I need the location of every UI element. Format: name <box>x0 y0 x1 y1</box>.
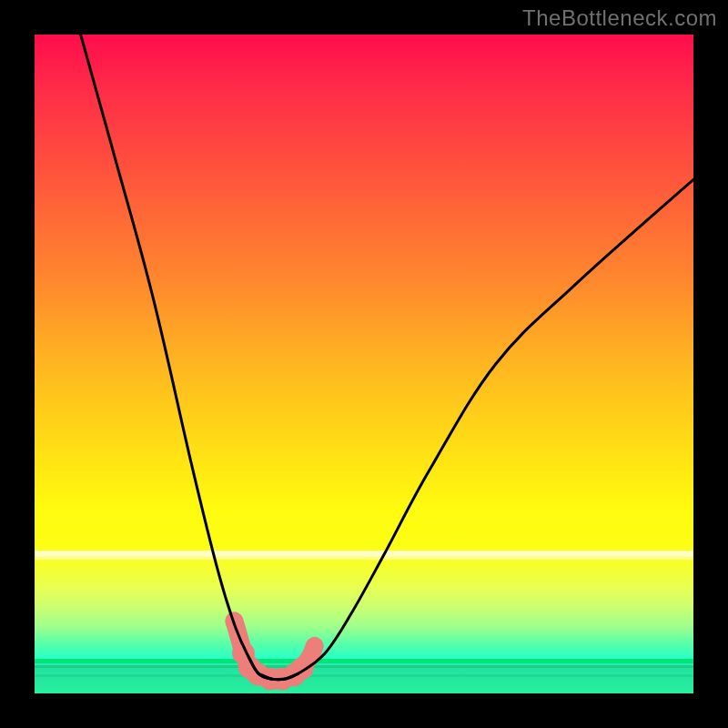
plot-area <box>35 35 693 693</box>
attribution-label: TheBottleneck.com <box>522 5 717 31</box>
marker-blob <box>307 638 323 654</box>
left-curve <box>81 35 285 680</box>
right-curve <box>258 179 693 680</box>
curves-svg <box>35 35 693 693</box>
chart-frame: TheBottleneck.com <box>0 0 728 728</box>
